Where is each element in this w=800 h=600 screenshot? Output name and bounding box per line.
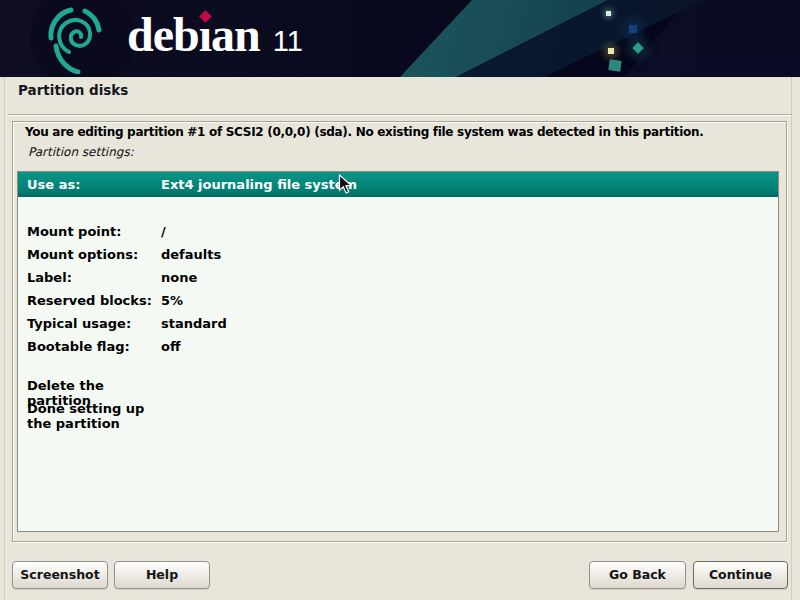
list-item-label: Label: bbox=[27, 270, 161, 285]
list-item-value: none bbox=[161, 270, 197, 285]
installer-window: debıan 11 Partition disks You are editin… bbox=[0, 0, 800, 600]
continue-button[interactable]: Continue bbox=[693, 561, 788, 589]
brand-wordmark: debıan 11 bbox=[127, 9, 303, 62]
list-item-value: / bbox=[161, 224, 166, 239]
header-separator bbox=[8, 114, 792, 116]
list-item-value: defaults bbox=[161, 247, 221, 262]
banner-sparkle bbox=[629, 25, 637, 33]
list-spacer bbox=[18, 197, 778, 220]
banner-sparkle bbox=[608, 48, 614, 54]
settings-list[interactable]: Use as:Ext4 journaling file systemMount … bbox=[17, 171, 779, 532]
banner: debıan 11 bbox=[0, 0, 800, 77]
list-item-value: standard bbox=[161, 316, 227, 331]
list-item-label: Typical usage: bbox=[27, 316, 161, 331]
list-item-label: Reserved blocks: bbox=[27, 293, 161, 308]
list-item[interactable]: Bootable flag:off bbox=[18, 335, 778, 358]
debian-swirl-logo bbox=[44, 6, 110, 74]
page-title: Partition disks bbox=[18, 82, 128, 98]
list-item-value: off bbox=[161, 339, 180, 354]
list-item-label: Mount point: bbox=[27, 224, 161, 239]
list-item-label: Use as: bbox=[27, 177, 161, 192]
list-item-value: Ext4 journaling file system bbox=[161, 177, 357, 192]
go-back-button[interactable]: Go Back bbox=[589, 561, 686, 589]
screenshot-button[interactable]: Screenshot bbox=[12, 561, 108, 589]
list-item[interactable]: Mount point:/ bbox=[18, 220, 778, 243]
help-button[interactable]: Help bbox=[114, 561, 210, 589]
list-item[interactable]: Done setting up the partition bbox=[18, 404, 778, 427]
banner-sparkle bbox=[632, 42, 643, 53]
list-item[interactable]: Reserved blocks:5% bbox=[18, 289, 778, 312]
list-item[interactable]: Use as:Ext4 journaling file system bbox=[18, 172, 778, 197]
window-edge-left bbox=[4, 77, 5, 600]
brand-text: debıan bbox=[127, 9, 260, 62]
list-item-value: 5% bbox=[161, 293, 183, 308]
list-item[interactable]: Label:none bbox=[18, 266, 778, 289]
list-item-label: Mount options: bbox=[27, 247, 161, 262]
list-item-label: Bootable flag: bbox=[27, 339, 161, 354]
list-item[interactable]: Mount options:defaults bbox=[18, 243, 778, 266]
content-frame: You are editing partition #1 of SCSI2 (0… bbox=[12, 121, 787, 542]
banner-sparkle bbox=[606, 11, 611, 16]
partition-settings-label: Partition settings: bbox=[28, 145, 134, 159]
list-item[interactable]: Typical usage:standard bbox=[18, 312, 778, 335]
brand-version: 11 bbox=[273, 25, 303, 58]
banner-sparkle bbox=[608, 59, 621, 72]
list-item-label: Done setting up the partition bbox=[27, 401, 161, 431]
brand-dot bbox=[199, 10, 212, 23]
window-edge-right bbox=[791, 77, 792, 600]
info-text: You are editing partition #1 of SCSI2 (0… bbox=[25, 125, 703, 139]
